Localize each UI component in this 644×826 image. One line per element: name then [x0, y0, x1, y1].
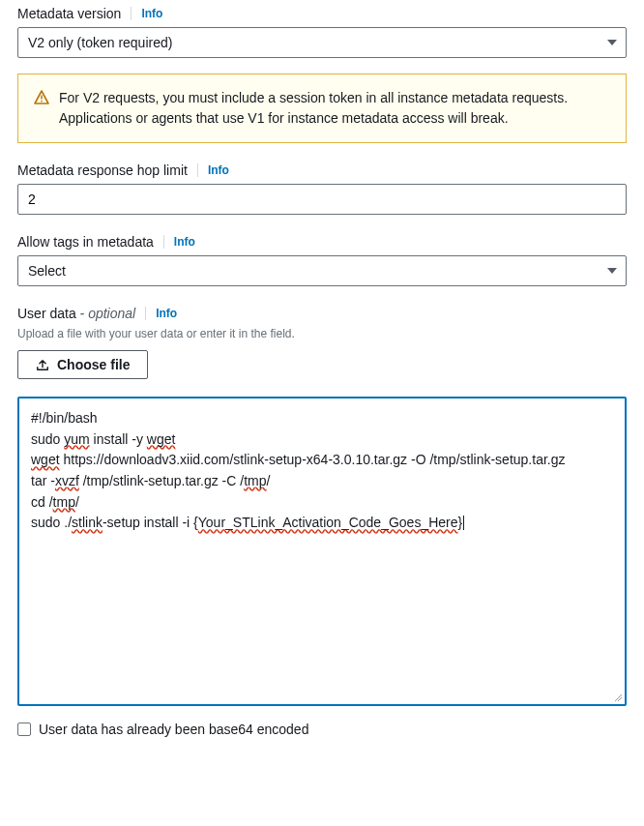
svg-rect-0	[41, 96, 43, 100]
user-data-info-link[interactable]: Info	[156, 307, 177, 320]
hop-limit-input[interactable]	[17, 184, 627, 215]
label-divider	[131, 7, 132, 20]
hop-limit-label: Metadata response hop limit	[17, 162, 188, 178]
svg-rect-1	[41, 101, 43, 103]
choose-file-label: Choose file	[57, 357, 130, 372]
allow-tags-info-link[interactable]: Info	[174, 235, 195, 249]
user-data-textarea[interactable]: #!/bin/bash sudo yum install -y wget wge…	[17, 397, 627, 706]
label-divider	[163, 235, 164, 249]
metadata-version-select[interactable]: V2 only (token required)	[17, 27, 627, 58]
allow-tags-label: Allow tags in metadata	[17, 234, 154, 250]
allow-tags-label-row: Allow tags in metadata Info	[17, 234, 627, 250]
warning-icon	[34, 90, 49, 105]
base64-checkbox-row: User data has already been base64 encode…	[17, 722, 627, 737]
label-divider	[145, 307, 146, 320]
allow-tags-select-value: Select	[17, 255, 627, 286]
metadata-version-select-value: V2 only (token required)	[17, 27, 627, 58]
metadata-version-label-row: Metadata version Info	[17, 6, 627, 21]
hop-limit-label-row: Metadata response hop limit Info	[17, 162, 627, 178]
user-data-label-wrapper: User data - optional	[17, 306, 135, 321]
allow-tags-section: Allow tags in metadata Info Select	[17, 234, 627, 286]
allow-tags-select[interactable]: Select	[17, 255, 627, 286]
choose-file-button[interactable]: Choose file	[17, 350, 148, 379]
metadata-version-warning-text: For V2 requests, you must include a sess…	[59, 88, 610, 129]
user-data-label-row: User data - optional Info	[17, 306, 627, 321]
base64-checkbox-label[interactable]: User data has already been base64 encode…	[39, 722, 308, 737]
user-data-content: #!/bin/bash sudo yum install -y wget wge…	[31, 408, 613, 534]
metadata-version-label: Metadata version	[17, 6, 121, 21]
user-data-optional: - optional	[76, 306, 135, 321]
user-data-section: User data - optional Info Upload a file …	[17, 306, 627, 737]
upload-icon	[36, 358, 49, 371]
base64-checkbox[interactable]	[17, 723, 31, 736]
label-divider	[197, 163, 198, 177]
metadata-version-warning: For V2 requests, you must include a sess…	[17, 74, 627, 143]
metadata-version-info-link[interactable]: Info	[141, 7, 162, 20]
user-data-help-text: Upload a file with your user data or ent…	[17, 327, 627, 340]
hop-limit-info-link[interactable]: Info	[208, 163, 229, 177]
hop-limit-section: Metadata response hop limit Info	[17, 162, 627, 215]
user-data-label: User data	[17, 306, 76, 321]
metadata-version-section: Metadata version Info V2 only (token req…	[17, 6, 627, 143]
